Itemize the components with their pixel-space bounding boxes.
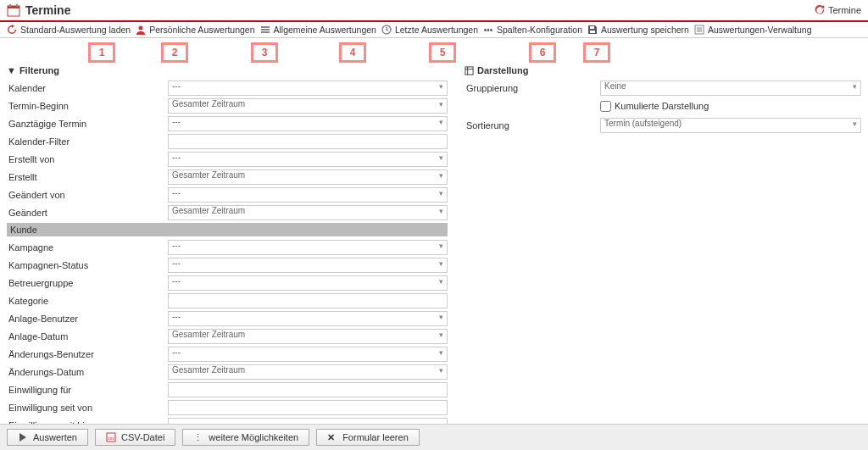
filter-select[interactable]: --- xyxy=(168,347,448,362)
toolbar-recent-label: Letzte Auswertungen xyxy=(395,25,478,35)
cumulative-label: Kumulierte Darstellung xyxy=(615,101,709,111)
filter-label: Einwilligung für xyxy=(7,385,168,395)
cumulative-input[interactable] xyxy=(600,101,611,112)
toolbar-columns-label: Spalten-Konfiguration xyxy=(497,25,582,35)
filter-select[interactable]: --- xyxy=(168,187,448,203)
clock-icon xyxy=(381,25,392,35)
csv-button[interactable]: csv CSV-Datei xyxy=(95,429,175,446)
main-content: ▼ Filterung Kalender---Termin-BeginnGesa… xyxy=(0,38,868,450)
filter-title: Filterung xyxy=(19,65,59,75)
filter-select[interactable]: Gesamter Zeitraum xyxy=(168,169,448,185)
svg-rect-2 xyxy=(9,4,11,7)
svg-rect-6 xyxy=(261,29,270,31)
more-label: weitere Möglichkeiten xyxy=(209,432,298,442)
manage-icon xyxy=(694,25,704,35)
toolbar-personal-label: Persönliche Auswertungen xyxy=(149,25,254,35)
csv-label: CSV-Datei xyxy=(121,432,164,442)
filter-input[interactable] xyxy=(168,134,448,149)
x-icon: ✕ xyxy=(327,432,337,442)
filter-select[interactable]: --- xyxy=(168,152,448,167)
footer-toolbar: Auswerten csv CSV-Datei ⋮ weitere Möglic… xyxy=(0,424,868,450)
clear-button[interactable]: ✕ Formular leeren xyxy=(316,429,420,446)
csv-icon: csv xyxy=(106,432,116,442)
filter-label: Termin-Beginn xyxy=(7,101,168,111)
more-button[interactable]: ⋮ weitere Möglichkeiten xyxy=(182,429,309,446)
filter-header: ▼ Filterung xyxy=(7,62,448,79)
play-icon xyxy=(18,432,28,442)
filter-icon: ▼ xyxy=(7,65,16,75)
group-select[interactable]: Keine xyxy=(600,81,861,96)
filter-label: Betreuergruppe xyxy=(7,278,168,288)
toolbar-manage-label: Auswertungen-Verwaltung xyxy=(708,25,812,35)
overlay-7: 7 xyxy=(583,42,610,63)
filter-select[interactable]: Gesamter Zeitraum xyxy=(168,364,448,380)
filter-label: Kalender xyxy=(7,83,168,93)
toolbar-std-load[interactable]: Standard-Auswertung laden xyxy=(7,25,131,35)
dots-v-icon: ⋮ xyxy=(193,432,203,442)
reload-icon xyxy=(7,25,17,35)
filter-input[interactable] xyxy=(168,382,448,397)
overlay-1: 1 xyxy=(88,42,115,63)
filter-label: Geändert von xyxy=(7,190,168,200)
filter-select[interactable]: Gesamter Zeitraum xyxy=(168,98,448,114)
filter-select[interactable]: Gesamter Zeitraum xyxy=(168,329,448,344)
filter-label: Einwilligung seit von xyxy=(7,403,168,413)
filter-label: Anlage-Datum xyxy=(7,331,168,342)
group-label: Gruppierung xyxy=(465,83,600,93)
filter-label: Ganztägige Termin xyxy=(7,119,168,129)
filter-select[interactable]: --- xyxy=(168,81,448,96)
svg-rect-10 xyxy=(590,26,594,29)
display-icon xyxy=(465,66,474,75)
toolbar-general[interactable]: Allgemeine Auswertungen xyxy=(260,25,376,35)
evaluate-label: Auswerten xyxy=(33,432,77,442)
filter-label: Geändert xyxy=(7,208,168,218)
list-icon xyxy=(260,25,270,35)
svg-rect-5 xyxy=(261,26,270,28)
filter-label: Kategorie xyxy=(7,296,168,306)
filter-label: Erstellt xyxy=(7,172,168,182)
display-header: Darstellung xyxy=(465,62,861,79)
svg-rect-3 xyxy=(16,4,18,7)
refresh-label: Termine xyxy=(828,5,861,15)
overlay-2: 2 xyxy=(161,42,188,63)
overlay-5: 5 xyxy=(429,42,456,63)
filter-select[interactable]: --- xyxy=(168,258,448,273)
toolbar-general-label: Allgemeine Auswertungen xyxy=(274,25,376,35)
toolbar-columns[interactable]: ••• Spalten-Konfiguration xyxy=(483,25,582,35)
toolbar-personal[interactable]: Persönliche Auswertungen xyxy=(136,25,254,35)
toolbar-std-load-label: Standard-Auswertung laden xyxy=(20,25,131,35)
cumulative-checkbox[interactable]: Kumulierte Darstellung xyxy=(600,99,861,115)
filter-select[interactable]: Gesamter Zeitraum xyxy=(168,205,448,220)
svg-rect-9 xyxy=(590,31,595,33)
filter-select[interactable]: --- xyxy=(168,311,448,326)
toolbar-save-label: Auswertung speichern xyxy=(601,25,689,35)
filter-label: Änderungs-Benutzer xyxy=(7,349,168,359)
overlay-6: 6 xyxy=(529,42,556,63)
svg-point-4 xyxy=(139,26,143,31)
filter-label: Erstellt von xyxy=(7,154,168,164)
filter-input[interactable] xyxy=(168,293,448,308)
toolbar-recent[interactable]: Letzte Auswertungen xyxy=(381,25,478,35)
filter-input[interactable] xyxy=(168,400,448,415)
toolbar-save[interactable]: Auswertung speichern xyxy=(587,25,689,35)
sort-select[interactable]: Termin (aufsteigend) xyxy=(600,118,861,133)
filter-label: Kalender-Filter xyxy=(7,136,168,147)
display-column: Darstellung Gruppierung Keine Kumulierte… xyxy=(465,62,861,450)
sort-label: Sortierung xyxy=(465,120,600,131)
filter-select[interactable]: --- xyxy=(168,240,448,255)
calendar-icon xyxy=(7,3,20,17)
refresh-icon xyxy=(815,5,825,15)
page-title: Termine xyxy=(25,3,815,17)
filter-label: Kampagne xyxy=(7,242,168,253)
toolbar-manage[interactable]: Auswertungen-Verwaltung xyxy=(694,25,812,35)
filter-select[interactable]: --- xyxy=(168,275,448,291)
filter-label: Änderungs-Datum xyxy=(7,367,168,377)
evaluate-button[interactable]: Auswerten xyxy=(7,429,88,446)
toolbar: Standard-Auswertung laden Persönliche Au… xyxy=(0,22,868,38)
refresh-button[interactable]: Termine xyxy=(815,5,861,15)
overlay-4: 4 xyxy=(339,42,366,63)
filter-select[interactable]: --- xyxy=(168,116,448,131)
clear-label: Formular leeren xyxy=(342,432,409,442)
filter-label: Anlage-Benutzer xyxy=(7,314,168,324)
svg-rect-12 xyxy=(465,66,473,74)
